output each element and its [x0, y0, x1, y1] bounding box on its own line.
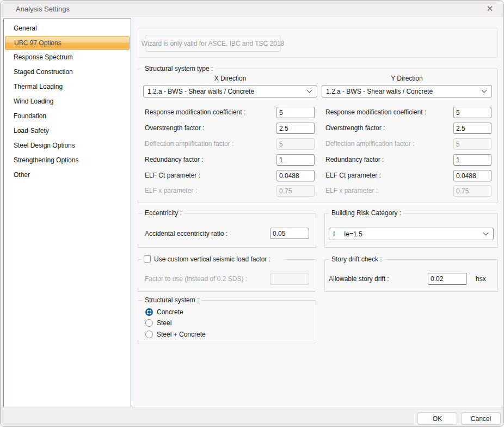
- structural-system-group-title: Structural system :: [143, 296, 201, 304]
- use-custom-vertical-seismic-checkbox[interactable]: [144, 255, 151, 263]
- building-risk-category-dropdown[interactable]: I Ie=1.5: [329, 228, 494, 240]
- sidebar-item-load-safety[interactable]: Load-Safety: [4, 124, 131, 138]
- x-direction-header: X Direction: [143, 75, 317, 82]
- radio-steel[interactable]: [145, 319, 153, 327]
- x-direction-system-dropdown[interactable]: 1.2.a - BWS - Shear walls / Concrete: [143, 85, 317, 97]
- chevron-down-icon: [482, 88, 487, 93]
- sidebar-item-thermal-loading[interactable]: Thermal Loading: [4, 80, 131, 94]
- x-redundancy-input[interactable]: [276, 154, 315, 166]
- accidental-eccentricity-input[interactable]: [270, 228, 309, 239]
- radio-concrete[interactable]: [145, 308, 153, 316]
- y-redundancy-label: Redundancy factor :: [325, 154, 384, 166]
- x-deflection-amp-label: Deflection amplification factor :: [145, 138, 233, 150]
- y-response-mod-label: Response modification coefficient :: [325, 107, 426, 118]
- radio-steel-label[interactable]: Steel: [157, 319, 171, 327]
- analysis-settings-dialog: Analysis Settings ✕ General UBC 97 Optio…: [0, 0, 504, 427]
- sidebar-item-other[interactable]: Other: [4, 168, 131, 182]
- story-drift-unit-label: hsx: [476, 273, 486, 285]
- chevron-down-icon: [483, 230, 489, 236]
- structural-system-type-group-title: Structural system type :: [143, 64, 215, 73]
- x-elf-x-label: ELF x parameter :: [145, 185, 197, 197]
- x-elf-ct-label: ELF Ct parameter :: [145, 170, 200, 181]
- building-risk-category-group-title: Building Risk Category :: [329, 209, 403, 217]
- story-drift-check-group-title: Story drift check :: [329, 255, 384, 264]
- x-elf-x-input: [276, 185, 315, 197]
- y-overstrength-label: Overstrength factor :: [325, 123, 385, 134]
- y-elf-x-input: [453, 185, 491, 197]
- x-elf-ct-input[interactable]: [276, 170, 315, 181]
- y-deflection-amp-input: [453, 138, 491, 150]
- y-direction-system-dropdown[interactable]: 1.2.a - BWS - Shear walls / Concrete: [322, 85, 492, 97]
- x-overstrength-input[interactable]: [276, 123, 315, 134]
- use-custom-vertical-seismic-label: Use custom vertical seismic load factor …: [154, 254, 271, 265]
- sidebar-item-foundation[interactable]: Foundation: [4, 109, 131, 124]
- x-overstrength-label: Overstrength factor :: [145, 123, 204, 134]
- sidebar-item-wind-loading[interactable]: Wind Loading: [4, 94, 131, 109]
- sidebar-item-staged-construction[interactable]: Staged Construction: [4, 65, 131, 80]
- cancel-button[interactable]: Cancel: [461, 412, 501, 425]
- x-response-mod-label: Response modification coefficient :: [145, 107, 245, 118]
- allowable-story-drift-label: Allowable story drift :: [329, 273, 389, 285]
- factor-to-use-input: [270, 273, 309, 285]
- sidebar-item-ubc97-options[interactable]: UBC 97 Options: [5, 36, 130, 50]
- sidebar-item-steel-design-options[interactable]: Steel Design Options: [4, 138, 131, 153]
- radio-steel-concrete[interactable]: [145, 331, 153, 338]
- y-response-mod-input[interactable]: [453, 107, 491, 118]
- x-deflection-amp-input: [276, 138, 315, 150]
- radio-concrete-label[interactable]: Concrete: [157, 308, 183, 316]
- accidental-eccentricity-label: Accidental eccentricity ratio :: [145, 228, 228, 240]
- x-response-mod-input[interactable]: [276, 107, 315, 118]
- wizard-button-disabled: Wizard is only valid for ASCE, IBC and T…: [145, 35, 281, 52]
- y-deflection-amp-label: Deflection amplification factor :: [325, 138, 414, 150]
- y-direction-header: Y Direction: [322, 75, 492, 82]
- radio-steel-concrete-label[interactable]: Steel + Concrete: [157, 330, 206, 339]
- sidebar-item-strengthening-options[interactable]: Strengthening Options: [4, 153, 131, 168]
- y-overstrength-input[interactable]: [453, 123, 491, 134]
- y-elf-x-label: ELF x parameter :: [325, 185, 378, 197]
- y-redundancy-input[interactable]: [453, 154, 491, 166]
- window-title: Analysis Settings: [16, 5, 70, 13]
- eccentricity-group-title: Eccentricity :: [143, 209, 184, 217]
- chevron-down-icon: [307, 88, 312, 93]
- y-elf-ct-input[interactable]: [453, 170, 491, 181]
- ok-button[interactable]: OK: [417, 412, 457, 425]
- x-redundancy-label: Redundancy factor :: [145, 154, 203, 166]
- y-elf-ct-label: ELF Ct parameter :: [325, 170, 381, 181]
- allowable-story-drift-input[interactable]: [428, 273, 467, 285]
- close-icon[interactable]: ✕: [481, 1, 499, 17]
- sidebar-item-general[interactable]: General: [4, 21, 131, 36]
- factor-to-use-label: Factor to use (instead of 0.2 SDS) :: [145, 273, 247, 285]
- titlebar[interactable]: Analysis Settings: [1, 1, 503, 17]
- settings-category-list: General UBC 97 Options Response Spectrum…: [3, 19, 131, 407]
- sidebar-item-response-spectrum[interactable]: Response Spectrum: [4, 50, 131, 65]
